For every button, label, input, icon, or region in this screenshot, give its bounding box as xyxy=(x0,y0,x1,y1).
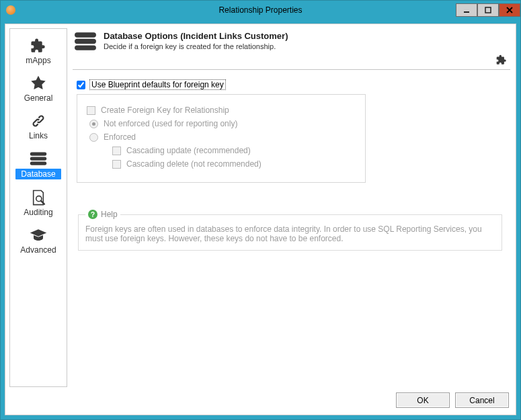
app-icon xyxy=(6,5,15,15)
cancel-button[interactable]: Cancel xyxy=(455,392,509,408)
enforced-radio xyxy=(89,133,98,142)
sidebar-item-label: Links xyxy=(29,131,48,140)
sidebar-item-label: mApps xyxy=(26,56,50,65)
foreign-key-group: Create Foreign Key for Relationship Not … xyxy=(77,94,366,183)
relationship-properties-window: Relationship Properties mApps xyxy=(0,0,521,420)
create-fk-label: Create Foreign Key for Relationship xyxy=(101,106,229,115)
use-blueprint-defaults-checkbox[interactable] xyxy=(77,81,85,89)
header-toolbar xyxy=(73,54,510,68)
svg-rect-0 xyxy=(464,11,469,13)
puzzle-icon[interactable] xyxy=(495,54,508,68)
sidebar-item-label: General xyxy=(24,93,53,103)
use-blueprint-defaults-label[interactable]: Use Blueprint defaults for foreign key xyxy=(89,79,226,90)
sidebar-item-label: Advanced xyxy=(20,245,56,255)
not-enforced-radio xyxy=(89,120,98,128)
page-subtitle: Decide if a foreign key is created for t… xyxy=(104,42,288,50)
use-blueprint-defaults-row: Use Blueprint defaults for foreign key xyxy=(77,79,506,90)
svg-rect-6 xyxy=(75,32,96,37)
svg-rect-4 xyxy=(30,161,47,165)
gradcap-icon xyxy=(28,226,48,244)
svg-rect-8 xyxy=(75,45,96,50)
cascading-update-row: Cascading update (recommended) xyxy=(112,146,356,155)
help-legend: ? Help xyxy=(85,210,120,219)
window-title: Relationship Properties xyxy=(1,5,520,15)
minimize-button[interactable] xyxy=(456,3,477,17)
header-text: Database Options (Incident Links Custome… xyxy=(104,31,288,50)
separator xyxy=(73,69,510,70)
maximize-icon xyxy=(485,7,491,13)
minimize-icon xyxy=(463,7,470,13)
page-header: Database Options (Incident Links Custome… xyxy=(73,28,510,55)
body: mApps General Links xyxy=(5,24,516,387)
database-icon xyxy=(74,31,97,51)
dialog-footer: OK Cancel xyxy=(5,387,516,415)
help-text: Foreign keys are often used in databases… xyxy=(85,224,495,243)
sidebar-item-database[interactable]: Database xyxy=(15,150,62,179)
create-fk-checkbox xyxy=(87,106,95,115)
cascading-delete-label: Cascading delete (not recommended) xyxy=(126,159,262,169)
database-icon xyxy=(28,150,48,167)
sidebar-item-label: Database xyxy=(15,169,61,179)
sidebar-item-auditing[interactable]: Auditing xyxy=(15,189,62,217)
sidebar-item-general[interactable]: General xyxy=(15,75,62,103)
audit-icon xyxy=(28,189,48,206)
not-enforced-row: Not enforced (used for reporting only) xyxy=(89,119,356,128)
sidebar-item-label: Auditing xyxy=(24,208,52,217)
cascading-delete-checkbox xyxy=(112,160,121,169)
svg-rect-7 xyxy=(75,39,96,44)
cascading-update-checkbox xyxy=(112,146,121,155)
main-panel: Database Options (Incident Links Custome… xyxy=(71,28,512,387)
close-icon xyxy=(506,7,513,13)
page-title: Database Options (Incident Links Custome… xyxy=(104,31,288,41)
sidebar-item-links[interactable]: Links xyxy=(15,112,62,140)
client-area: mApps General Links xyxy=(5,24,516,415)
titlebar: Relationship Properties xyxy=(1,1,520,19)
cascading-delete-row: Cascading delete (not recommended) xyxy=(112,159,356,169)
close-button[interactable] xyxy=(499,3,520,17)
link-icon xyxy=(28,112,48,130)
window-buttons xyxy=(456,3,520,17)
help-icon: ? xyxy=(88,210,97,219)
help-box: ? Help Foreign keys are often used in da… xyxy=(78,210,502,251)
sidebar: mApps General Links xyxy=(9,28,67,387)
enforced-label: Enforced xyxy=(104,132,136,142)
puzzle-icon xyxy=(28,37,48,54)
cascading-update-label: Cascading update (recommended) xyxy=(126,146,251,155)
not-enforced-label: Not enforced (used for reporting only) xyxy=(104,119,237,128)
sidebar-item-advanced[interactable]: Advanced xyxy=(15,226,62,255)
svg-rect-2 xyxy=(30,152,47,155)
star-icon xyxy=(28,75,48,92)
help-legend-text: Help xyxy=(101,210,118,219)
svg-rect-3 xyxy=(30,157,47,160)
ok-button[interactable]: OK xyxy=(396,392,450,408)
create-fk-row: Create Foreign Key for Relationship xyxy=(87,106,356,115)
enforced-row: Enforced xyxy=(89,132,356,142)
content: Use Blueprint defaults for foreign key C… xyxy=(73,79,510,251)
sidebar-item-mapps[interactable]: mApps xyxy=(15,37,62,65)
svg-rect-1 xyxy=(485,7,491,13)
maximize-button[interactable] xyxy=(477,3,499,17)
